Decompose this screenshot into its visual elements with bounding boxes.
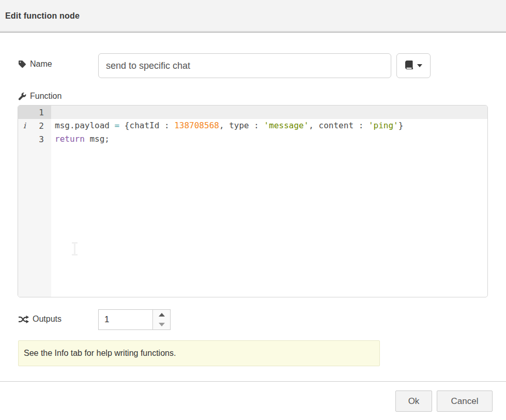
chevron-down-icon	[417, 64, 422, 67]
code-token: , content :	[309, 121, 369, 130]
code-line-1	[51, 106, 487, 119]
gutter-line-2: i 2	[18, 119, 51, 132]
editor-gutter: 1 i 2 3	[18, 106, 51, 297]
gutter-line-1: 1	[18, 106, 51, 119]
outputs-spinner	[98, 309, 171, 330]
code-token: 'ping'	[369, 121, 398, 130]
outputs-input[interactable]	[99, 310, 152, 329]
info-annotation-icon: i	[23, 119, 26, 132]
code-token: msg;	[85, 134, 110, 144]
arrow-down-icon	[159, 323, 165, 326]
code-line-2: msg.payload = {chatId : 138708568, type …	[51, 119, 487, 132]
function-field-label: Function	[18, 92, 62, 101]
code-token: =	[115, 121, 120, 130]
tag-icon	[18, 60, 26, 68]
book-icon	[405, 61, 414, 71]
ibeam-mouse-cursor	[70, 242, 79, 258]
dialog-footer: Ok Cancel	[0, 381, 506, 420]
name-field-label: Name	[18, 59, 52, 69]
line-number: 3	[39, 134, 44, 144]
ok-button[interactable]: Ok	[395, 391, 432, 412]
spinner-buttons	[152, 310, 170, 329]
code-token: }	[398, 121, 404, 130]
form-tips: See the Info tab for help writing functi…	[18, 340, 380, 366]
wrench-icon	[18, 92, 26, 100]
code-token: , type :	[219, 121, 264, 130]
spinner-up-button[interactable]	[153, 310, 170, 320]
code-token: 138708568	[174, 121, 219, 130]
cancel-button[interactable]: Cancel	[437, 391, 493, 412]
form-tips-text: See the Info tab for help writing functi…	[24, 349, 176, 358]
code-line-3: return msg;	[51, 132, 487, 146]
arrow-up-icon	[159, 313, 165, 317]
name-label: Name	[30, 59, 52, 69]
gutter-line-3: 3	[18, 132, 51, 146]
outputs-label: Outputs	[33, 314, 62, 324]
code-token: msg.payload	[55, 121, 115, 130]
code-lines: msg.payload = {chatId : 138708568, type …	[51, 106, 487, 146]
code-token: return	[55, 134, 85, 144]
function-label: Function	[30, 92, 62, 101]
line-number: 1	[39, 108, 44, 117]
spinner-down-button[interactable]	[153, 320, 170, 329]
edit-function-node-dialog: Edit function node Name Function 1 i 2	[0, 0, 506, 420]
library-button[interactable]	[396, 53, 431, 78]
outputs-field-label: Outputs	[18, 314, 62, 324]
line-number: 2	[39, 121, 44, 131]
code-token: 'message'	[264, 121, 309, 130]
function-code-editor[interactable]: 1 i 2 3 msg.payload = {chatId : 13870856…	[18, 105, 488, 297]
shuffle-icon	[18, 316, 29, 323]
dialog-title: Edit function node	[5, 11, 80, 21]
code-token: {chatId :	[119, 121, 174, 130]
name-input[interactable]	[98, 53, 391, 78]
dialog-header: Edit function node	[0, 0, 506, 33]
